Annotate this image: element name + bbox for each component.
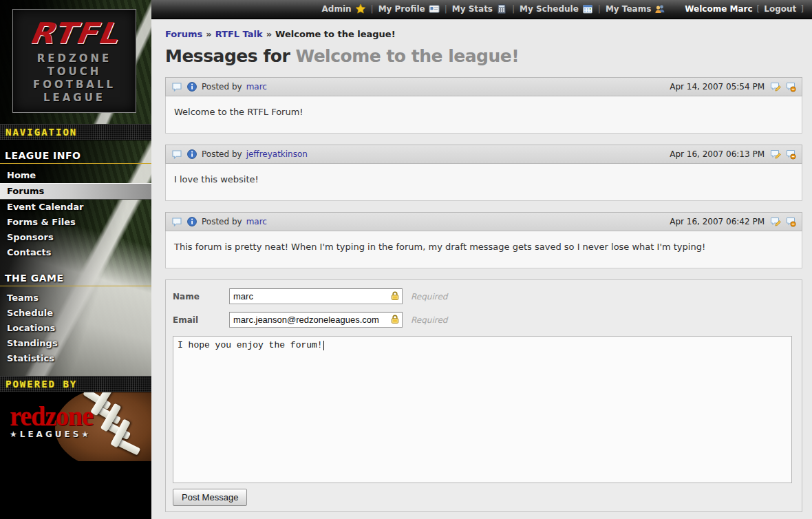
- required-hint: Required: [411, 315, 447, 325]
- sidebar-item-event-calendar[interactable]: Event Calendar: [0, 200, 151, 215]
- post-message-button[interactable]: Post Message: [173, 489, 247, 506]
- email-row: Email Required: [173, 312, 792, 328]
- message-date: Apr 16, 2007 06:13 PM: [670, 149, 765, 159]
- message-header: Posted byjeffreyatkinsonApr 16, 2007 06:…: [165, 145, 802, 164]
- comment-delete-icon[interactable]: [785, 81, 796, 92]
- topbar-item-label: My Schedule: [520, 4, 579, 14]
- name-input[interactable]: [229, 288, 403, 304]
- topbar-session: Welcome Marc [ Logout ]: [685, 4, 804, 14]
- message-author-link[interactable]: marc: [246, 217, 267, 226]
- sidebar-item-forms-files[interactable]: Forms & Files: [0, 215, 151, 230]
- topbar-item-my-schedule[interactable]: My Schedule: [520, 3, 593, 14]
- forum-message: Posted byjeffreyatkinsonApr 16, 2007 06:…: [165, 145, 802, 201]
- topbar-item-label: My Teams: [606, 4, 651, 14]
- vcard-icon: [429, 3, 440, 14]
- sidebar-item-statistics[interactable]: Statistics: [0, 351, 151, 366]
- sidebar-item-sponsors[interactable]: Sponsors: [0, 230, 151, 245]
- redzone-wordmark: redzone ★LEAGUES★: [10, 403, 93, 439]
- info-icon: [186, 216, 197, 227]
- message-header: Posted bymarcApr 16, 2007 06:42 PM: [165, 212, 802, 231]
- page-title-topic: Welcome to the league!: [295, 46, 519, 66]
- content-area: Forums»RTFL Talk»Welcome to the league! …: [151, 19, 812, 519]
- message-body: This forum is pretty neat! When I'm typi…: [165, 231, 802, 268]
- message-textarea[interactable]: I hope you enjoy the forum!: [173, 336, 792, 483]
- breadcrumb: Forums»RTFL Talk»Welcome to the league!: [165, 29, 802, 39]
- topbar: Admin|My Profile|My Stats|My Schedule|My…: [151, 0, 812, 19]
- comment-edit-icon[interactable]: [770, 81, 781, 92]
- sidebar-item-teams[interactable]: Teams: [0, 290, 151, 306]
- star-icon: [355, 3, 366, 14]
- topbar-item-my-profile[interactable]: My Profile: [378, 3, 440, 14]
- info-icon: [186, 149, 197, 160]
- posted-by-label: Posted by: [202, 217, 242, 226]
- forum-message: Posted bymarcApr 16, 2007 06:42 PMThis f…: [165, 212, 802, 268]
- email-label: Email: [173, 315, 229, 325]
- redzone-tagline: ★LEAGUES★: [10, 430, 93, 439]
- message-date: Apr 14, 2007 05:54 PM: [670, 82, 765, 92]
- breadcrumb-separator: »: [206, 29, 211, 39]
- topbar-separator: |: [512, 4, 515, 14]
- sidebar-item-forums[interactable]: Forums: [0, 183, 151, 200]
- topbar-item-my-stats[interactable]: My Stats: [452, 3, 507, 14]
- main-column: Admin|My Profile|My Stats|My Schedule|My…: [151, 0, 812, 519]
- email-input[interactable]: [229, 312, 403, 328]
- message-body: I love this website!: [165, 164, 802, 201]
- logo-line: TOUCH: [33, 65, 116, 78]
- logout-link[interactable]: Logout: [764, 4, 796, 14]
- sidebar-item-standings[interactable]: Standings: [0, 336, 151, 351]
- topbar-item-label: Admin: [322, 4, 352, 14]
- topbar-separator: |: [445, 4, 447, 14]
- sidebar-item-schedule[interactable]: Schedule: [0, 306, 151, 321]
- nav-section-the-game: THE GAMETeamsScheduleLocationsStandingsS…: [0, 270, 151, 366]
- logo-line: FOOTBALL: [33, 78, 116, 92]
- logout-bracket: ]: [800, 4, 804, 14]
- logout-bracket: [: [757, 4, 760, 14]
- rtfl-logo-subtitle: REDZONE TOUCH FOOTBALL LEAGUE: [33, 52, 116, 105]
- sidebar-item-contacts[interactable]: Contacts: [0, 245, 151, 260]
- sidebar-filler: [0, 461, 151, 519]
- topbar-item-admin[interactable]: Admin: [322, 3, 366, 14]
- breadcrumb-separator: »: [266, 29, 272, 39]
- logo-line: LEAGUE: [33, 92, 116, 105]
- comment-delete-icon[interactable]: [785, 149, 796, 160]
- info-icon: [186, 81, 197, 92]
- posted-by-label: Posted by: [202, 82, 242, 92]
- logo-line: REDZONE: [33, 52, 116, 65]
- message-author-link[interactable]: marc: [246, 82, 267, 92]
- topbar-separator: |: [598, 4, 601, 14]
- comment-edit-icon[interactable]: [770, 216, 781, 227]
- topbar-item-label: My Profile: [378, 4, 425, 14]
- redzone-leagues-logo[interactable]: redzone ★LEAGUES★: [0, 392, 151, 461]
- posted-by-label: Posted by: [202, 149, 242, 159]
- forum-message: Posted bymarcApr 14, 2007 05:54 PMWelcom…: [165, 77, 802, 134]
- message-author-link[interactable]: jeffreyatkinson: [246, 149, 308, 159]
- topbar-separator: |: [371, 4, 374, 14]
- comment-edit-icon[interactable]: [770, 149, 781, 160]
- topbar-item-my-teams[interactable]: My Teams: [606, 3, 665, 14]
- lock-icon: [389, 314, 400, 325]
- powered-by-led-bar: POWERED BY: [0, 376, 151, 392]
- welcome-text: Welcome Marc: [685, 4, 752, 14]
- rtfl-logo[interactable]: RTFL REDZONE TOUCH FOOTBALL LEAGUE: [12, 9, 136, 113]
- nav-section-header: LEAGUE INFO: [0, 147, 151, 164]
- breadcrumb-link-rtfl-talk[interactable]: RTFL Talk: [215, 29, 263, 39]
- reply-form: Name Required Email Required I hope you …: [165, 279, 802, 512]
- topbar-menu: Admin|My Profile|My Stats|My Schedule|My…: [322, 3, 666, 14]
- sidebar-item-home[interactable]: Home: [0, 168, 151, 183]
- page-title-prefix: Messages for: [165, 46, 295, 66]
- sidebar: RTFL REDZONE TOUCH FOOTBALL LEAGUE NAVIG…: [0, 0, 151, 519]
- comment-delete-icon[interactable]: [785, 216, 796, 227]
- rtfl-acronym: RTFL: [28, 19, 120, 46]
- sidebar-item-locations[interactable]: Locations: [0, 321, 151, 336]
- breadcrumb-link-forums[interactable]: Forums: [165, 29, 202, 39]
- sidebar-navigation: LEAGUE INFOHomeForumsEvent CalendarForms…: [0, 140, 151, 376]
- navigation-led-bar: NAVIGATION: [0, 124, 151, 140]
- topbar-item-label: My Stats: [452, 4, 493, 14]
- comment-icon: [171, 216, 182, 227]
- breadcrumb-current: Welcome to the league!: [275, 29, 396, 39]
- comment-icon: [171, 149, 182, 160]
- name-label: Name: [173, 292, 229, 301]
- calendar-icon: [582, 3, 593, 14]
- message-date: Apr 16, 2007 06:42 PM: [670, 217, 765, 226]
- name-row: Name Required: [173, 288, 792, 304]
